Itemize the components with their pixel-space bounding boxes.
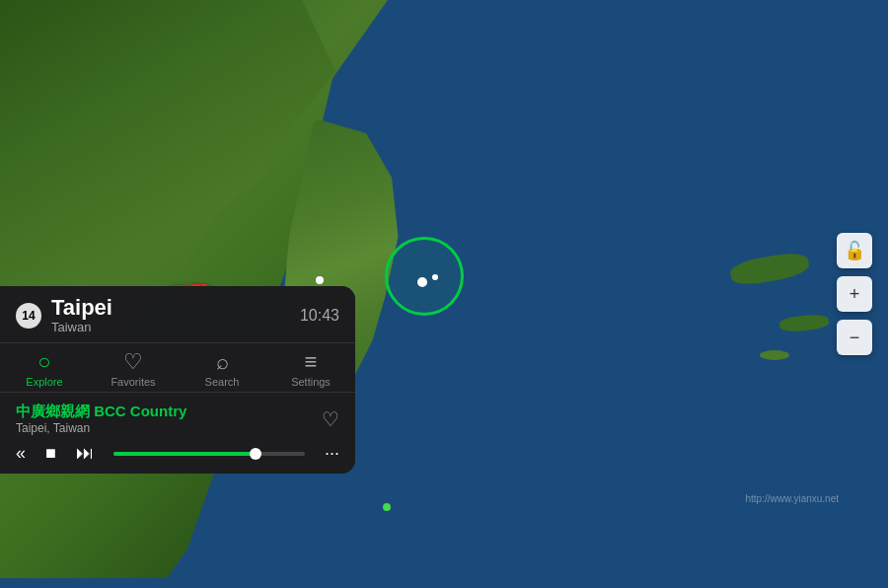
circle-dot-2 xyxy=(432,274,438,280)
station-name-playing: 中廣鄉親網 BCC Country xyxy=(16,403,186,421)
island-small xyxy=(760,350,789,360)
tab-search-label: Search xyxy=(205,376,240,388)
tab-explore-label: Explore xyxy=(26,376,62,388)
now-playing-bar: 中廣鄉親網 BCC Country Taipei, Taiwan ♡ « ■ ⏭… xyxy=(0,392,355,474)
tab-settings[interactable]: ≡ Settings xyxy=(276,351,345,388)
map-controls: 🔓 + − xyxy=(837,233,872,355)
station-country: Taiwan xyxy=(51,320,290,334)
location-circle xyxy=(385,237,464,316)
progress-fill xyxy=(113,452,258,456)
tab-explore[interactable]: ○ Explore xyxy=(10,351,79,388)
favorites-icon: ♡ xyxy=(123,351,143,373)
zoom-out-button[interactable]: − xyxy=(837,320,872,355)
favorite-button[interactable]: ♡ xyxy=(322,407,339,431)
forward-button[interactable]: ⏭ xyxy=(76,443,94,464)
tab-search[interactable]: ⌕ Search xyxy=(187,351,257,388)
progress-dot xyxy=(250,448,261,460)
station-location-playing: Taipei, Taiwan xyxy=(16,421,186,435)
stop-button[interactable]: ■ xyxy=(45,443,56,464)
taiwan-active-dot xyxy=(383,503,391,511)
watermark: http://www.yianxu.net xyxy=(746,493,840,504)
lock-button[interactable]: 🔓 xyxy=(837,233,872,268)
taiwan-dot-1 xyxy=(316,276,324,284)
station-info: Taipei Taiwan xyxy=(51,296,290,334)
zoom-in-button[interactable]: + xyxy=(837,276,872,312)
station-time: 10:43 xyxy=(300,307,339,325)
station-info-playing: 中廣鄉親網 BCC Country Taipei, Taiwan xyxy=(16,403,186,435)
nav-tabs: ○ Explore ♡ Favorites ⌕ Search ≡ Setting… xyxy=(0,342,355,392)
station-header: 14 Taipei Taiwan 10:43 xyxy=(0,286,355,342)
circle-dot-1 xyxy=(417,277,427,287)
tab-favorites-label: Favorites xyxy=(111,376,155,388)
tab-favorites[interactable]: ♡ Favorites xyxy=(99,351,168,388)
more-button[interactable]: ··· xyxy=(325,443,339,464)
progress-bar[interactable] xyxy=(113,452,305,456)
player-controls: « ■ ⏭ ··· xyxy=(16,443,339,464)
search-icon: ⌕ xyxy=(216,351,229,373)
island-chain xyxy=(778,314,829,332)
station-city: Taipei xyxy=(51,296,290,320)
station-number: 14 xyxy=(16,303,41,329)
app-panel: 14 Taipei Taiwan 10:43 ○ Explore ♡ Favor… xyxy=(0,286,355,474)
explore-icon: ○ xyxy=(37,351,50,373)
tab-settings-label: Settings xyxy=(291,376,331,388)
island-okinawa xyxy=(728,250,810,288)
now-playing-station: 中廣鄉親網 BCC Country Taipei, Taiwan ♡ xyxy=(16,403,339,435)
settings-icon: ≡ xyxy=(305,351,318,373)
rewind-button[interactable]: « xyxy=(16,443,26,464)
